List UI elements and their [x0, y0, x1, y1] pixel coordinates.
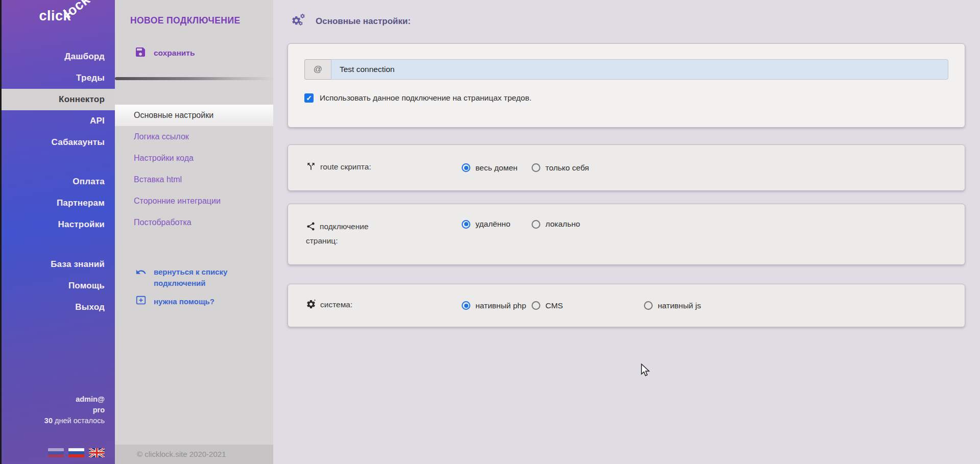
sidebar-nav: ДашбордТредыКоннекторAPIСабакаунтыОплата… [2, 46, 115, 318]
add-comment-icon [135, 295, 147, 308]
russian-flag-inactive-icon[interactable] [48, 448, 64, 457]
sidebar-item-1[interactable]: Треды [2, 67, 115, 89]
group-label: route скрипта: [320, 162, 371, 171]
radio-option-label: нативный php [475, 301, 526, 310]
radio-option-label: удалённо [475, 219, 510, 229]
panel-divider [115, 77, 273, 80]
gear-suggest-icon [306, 299, 316, 313]
page-connection-card: подключение страниц: удалённолокально [288, 204, 965, 265]
language-switcher [48, 448, 105, 457]
english-flag-icon[interactable] [89, 448, 105, 457]
sidebar-item-4[interactable]: Сабакаунты [2, 132, 115, 153]
sidebar-item-7[interactable]: Настройки [2, 214, 115, 235]
connection-name-card: @ ✓ Использовать данное подключение на с… [288, 43, 965, 128]
main-content: Основные настройки: @ ✓ Использовать дан… [273, 0, 980, 464]
panel-title: НОВОЕ ПОДКЛЮЧЕНИЕ [130, 15, 240, 26]
help-link-label: нужна помощь? [154, 296, 241, 307]
back-link-label: вернуться к списку подключений [154, 266, 241, 289]
use-on-threads-checkbox-row[interactable]: ✓ Использовать данное подключение на стр… [304, 93, 948, 103]
radio-selected-icon[interactable] [462, 220, 470, 229]
undo-icon [135, 266, 147, 289]
account-plan: pro [44, 405, 105, 416]
save-button[interactable]: сохранить [134, 46, 195, 60]
save-button-label: сохранить [154, 48, 195, 58]
radio-option-1-0[interactable]: удалённо [462, 219, 532, 229]
at-sign-addon: @ [304, 59, 331, 80]
page-title-text: Основные настройки: [316, 16, 411, 27]
group-label: система: [320, 300, 352, 309]
system-card: система: нативный phpCMSнативный js [288, 284, 965, 327]
radio-option-label: только себя [545, 163, 589, 173]
route-split-icon [306, 161, 316, 175]
sidebar-item-8[interactable]: База знаний [2, 254, 115, 275]
settings-nav-item-1[interactable]: Логика ссылок [115, 126, 273, 148]
connection-panel: НОВОЕ ПОДКЛЮЧЕНИЕ сохранить Основные нас… [115, 0, 273, 464]
settings-nav-item-2[interactable]: Настройки кода [115, 148, 273, 169]
settings-nav-item-5[interactable]: Постобработка [115, 212, 273, 233]
radio-option-label: весь домен [475, 163, 517, 173]
copyright-text: © clicklock.site 2020-2021 [137, 450, 226, 458]
need-help-link[interactable]: нужна помощь? [135, 295, 241, 308]
app-logo: clicklock [39, 8, 100, 24]
system-options: нативный phpCMSнативный js [462, 284, 714, 327]
connection-name-input[interactable] [331, 59, 948, 80]
account-info: admin@ pro 30 дней осталось [44, 394, 105, 426]
radio-unselected-icon[interactable] [532, 301, 540, 310]
settings-nav: Основные настройкиЛогика ссылокНастройки… [115, 105, 273, 233]
radio-option-1-1[interactable]: локально [532, 219, 602, 229]
page-connection-options: удалённолокально [462, 204, 602, 264]
settings-nav-item-4[interactable]: Сторонние интеграции [115, 190, 273, 212]
radio-unselected-icon[interactable] [532, 163, 540, 172]
account-email: admin@ [44, 394, 105, 405]
radio-selected-icon[interactable] [462, 163, 470, 172]
radio-option-label: нативный js [658, 301, 701, 310]
radio-unselected-icon[interactable] [644, 301, 653, 310]
sidebar-item-5[interactable]: Оплата [2, 171, 115, 192]
settings-nav-item-3[interactable]: Вставка html [115, 169, 273, 190]
sidebar-item-2[interactable]: Коннектор [2, 89, 115, 110]
sidebar-item-9[interactable]: Помощь [2, 275, 115, 297]
settings-nav-item-0[interactable]: Основные настройки [115, 105, 273, 126]
back-to-connections-link[interactable]: вернуться к списку подключений [135, 266, 241, 289]
radio-selected-icon[interactable] [462, 301, 470, 310]
account-days-left: 30 дней осталось [44, 416, 105, 426]
radio-option-label: CMS [545, 301, 563, 310]
share-icon [306, 222, 316, 235]
connection-name-group: @ [304, 59, 948, 80]
save-icon [134, 46, 147, 60]
sidebar-item-10[interactable]: Выход [2, 297, 115, 318]
sidebar-item-0[interactable]: Дашборд [2, 46, 115, 67]
radio-option-0-1[interactable]: только себя [532, 163, 602, 173]
sidebar-item-6[interactable]: Партнерам [2, 192, 115, 214]
radio-option-0-0[interactable]: весь домен [462, 163, 532, 173]
checkbox-checked-icon[interactable]: ✓ [304, 93, 314, 103]
russian-flag-icon[interactable] [68, 448, 84, 457]
sidebar: clicklock ДашбордТредыКоннекторAPIСабака… [0, 0, 115, 464]
checkbox-label: Использовать данное подключение на стран… [320, 93, 532, 103]
route-script-card: route скрипта: весь доментолько себя [288, 144, 965, 191]
gears-icon [291, 13, 306, 30]
sidebar-item-3[interactable]: API [2, 110, 115, 132]
radio-option-label: локально [545, 219, 580, 229]
route-script-options: весь доментолько себя [462, 145, 602, 190]
radio-option-2-0[interactable]: нативный php [462, 301, 532, 310]
radio-unselected-icon[interactable] [532, 220, 540, 229]
page-title: Основные настройки: [291, 13, 411, 30]
radio-option-2-1[interactable]: CMS [532, 301, 644, 310]
radio-option-2-2[interactable]: нативный js [644, 301, 714, 310]
mouse-cursor [640, 363, 651, 379]
